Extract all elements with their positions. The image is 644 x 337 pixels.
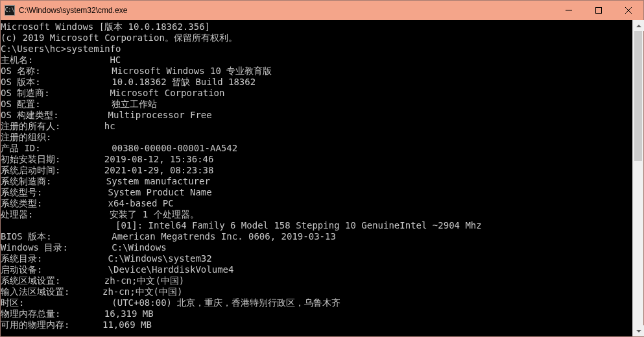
systeminfo-row: OS 版本: 10.0.18362 暂缺 Build 18362 — [1, 77, 632, 88]
scroll-up-arrow[interactable] — [633, 20, 644, 31]
systeminfo-row: 系统区域设置: zh-cn;中文(中国) — [1, 275, 632, 286]
systeminfo-row: OS 制造商: Microsoft Corporation — [1, 88, 632, 99]
systeminfo-row: 注册的组织: — [1, 132, 632, 143]
systeminfo-row: 系统启动时间: 2021-01-29, 08:23:38 — [1, 165, 632, 176]
titlebar[interactable]: C:\ C:\Windows\system32\cmd.exe — [1, 1, 643, 20]
systeminfo-row: 系统制造商: System manufacturer — [1, 176, 632, 187]
systeminfo-row: OS 名称: Microsoft Windows 10 专业教育版 — [1, 66, 632, 77]
close-button[interactable] — [614, 1, 643, 20]
systeminfo-row: 系统型号: System Product Name — [1, 187, 632, 198]
scroll-down-arrow[interactable] — [633, 325, 644, 336]
banner-line: (c) 2019 Microsoft Corporation。保留所有权利。 — [1, 32, 632, 44]
systeminfo-row: 系统目录: C:\Windows\system32 — [1, 253, 632, 264]
systeminfo-row: 可用的物理内存: 11,069 MB — [1, 319, 632, 331]
window-title: C:\Windows\system32\cmd.exe — [19, 6, 127, 15]
scroll-thumb[interactable] — [634, 31, 642, 161]
systeminfo-row: 输入法区域设置: zh-cn;中文(中国) — [1, 286, 632, 297]
svg-marker-4 — [636, 25, 641, 27]
systeminfo-row: 启动设备: \Device\HarddiskVolume4 — [1, 264, 632, 275]
systeminfo-row: Windows 目录: C:\Windows — [1, 242, 632, 253]
title-left: C:\ C:\Windows\system32\cmd.exe — [1, 5, 127, 16]
systeminfo-row: 系统类型: x64-based PC — [1, 198, 632, 209]
window-controls — [554, 1, 643, 20]
systeminfo-row: 时区: (UTC+08:00) 北京，重庆，香港特别行政区，乌鲁木齐 — [1, 297, 632, 308]
minimize-button[interactable] — [554, 1, 584, 20]
console-output[interactable]: Microsoft Windows [版本 10.0.18362.356](c)… — [1, 20, 632, 336]
banner-line: Microsoft Windows [版本 10.0.18362.356] — [1, 21, 632, 32]
vertical-scrollbar[interactable] — [632, 20, 643, 336]
systeminfo-row: 注册的所有人: hc — [1, 121, 632, 132]
console-area: Microsoft Windows [版本 10.0.18362.356](c)… — [1, 20, 643, 336]
systeminfo-row: 初始安装日期: 2019-08-12, 15:36:46 — [1, 154, 632, 165]
systeminfo-row: OS 配置: 独立工作站 — [1, 99, 632, 110]
systeminfo-row: [01]: Intel64 Family 6 Model 158 Steppin… — [1, 220, 632, 231]
systeminfo-row: 处理器: 安装了 1 个处理器。 — [1, 209, 632, 220]
cmd-icon: C:\ — [5, 5, 15, 16]
systeminfo-row: OS 构建类型: Multiprocessor Free — [1, 110, 632, 121]
systeminfo-row: BIOS 版本: American Megatrends Inc. 0606, … — [1, 231, 632, 242]
svg-marker-5 — [636, 330, 641, 332]
systeminfo-row: 产品 ID: 00380-00000-00001-AA542 — [1, 143, 632, 154]
svg-rect-1 — [596, 8, 602, 14]
maximize-button[interactable] — [584, 1, 614, 20]
app-window: C:\ C:\Windows\system32\cmd.exe Microsof… — [0, 0, 644, 337]
prompt-line: C:\Users\hc>systeminfo — [1, 44, 632, 55]
systeminfo-row: 主机名: HC — [1, 55, 632, 66]
systeminfo-row: 物理内存总量: 16,319 MB — [1, 308, 632, 319]
